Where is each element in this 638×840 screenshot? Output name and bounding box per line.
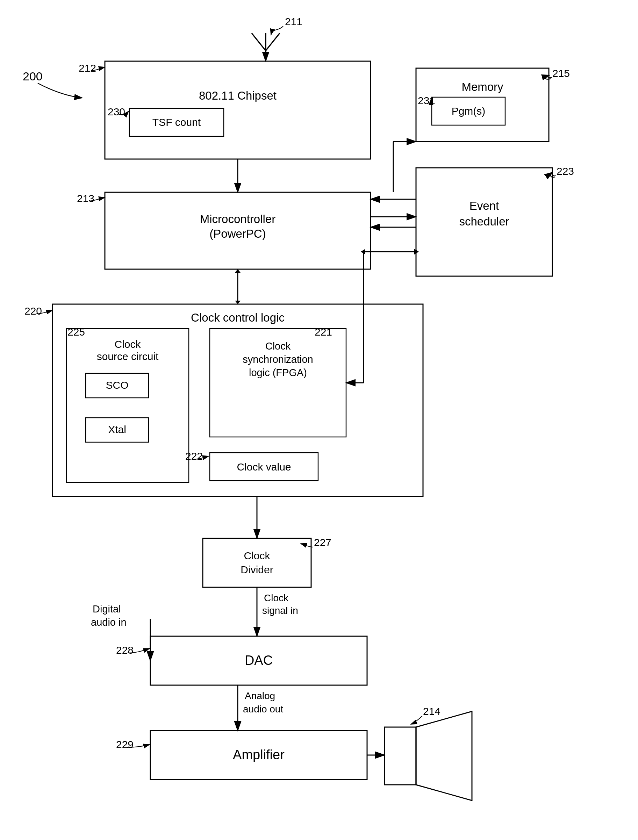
dac-t: DAC bbox=[245, 653, 273, 668]
tsf-t: TSF count bbox=[152, 117, 201, 128]
cd-t1: Clock bbox=[244, 550, 270, 561]
xtal-t: Xtal bbox=[108, 424, 126, 435]
cd-t2: Divider bbox=[240, 564, 273, 575]
pgm-t: Pgm(s) bbox=[452, 105, 486, 117]
r212: 212 bbox=[79, 62, 96, 74]
mem-t: Memory bbox=[461, 81, 504, 93]
r211: 211 bbox=[285, 16, 302, 27]
r214: 214 bbox=[423, 706, 441, 717]
ana-out-2: audio out bbox=[243, 704, 283, 715]
svg-rect-37 bbox=[0, 0, 638, 840]
r231: 231 bbox=[418, 95, 435, 106]
dig-audio-2: audio in bbox=[91, 617, 126, 628]
amp-t: Amplifier bbox=[233, 747, 284, 762]
ccl-t: Clock control logic bbox=[191, 311, 284, 324]
r222: 222 bbox=[185, 450, 203, 462]
r227: 227 bbox=[314, 537, 332, 548]
sco-t: SCO bbox=[106, 379, 128, 391]
cs-t1: Clock bbox=[114, 338, 141, 350]
mc-t2: (PowerPC) bbox=[209, 227, 266, 240]
r200: 200 bbox=[23, 69, 43, 83]
r223: 223 bbox=[557, 165, 574, 177]
sync-t2: synchronization bbox=[243, 354, 313, 365]
chipset-t: 802.11 Chipset bbox=[199, 89, 276, 102]
mc-t1: Microcontroller bbox=[200, 213, 275, 226]
r225: 225 bbox=[68, 326, 85, 338]
es-t1: Event bbox=[469, 199, 499, 212]
clk-sig-1: Clock bbox=[264, 592, 289, 603]
cv-t: Clock value bbox=[237, 461, 291, 473]
r229: 229 bbox=[116, 739, 134, 750]
r213: 213 bbox=[77, 193, 95, 204]
ana-out-1: Analog bbox=[245, 690, 275, 701]
r215: 215 bbox=[552, 68, 570, 79]
r228: 228 bbox=[116, 644, 134, 656]
es-t2: scheduler bbox=[459, 215, 509, 228]
r220: 220 bbox=[24, 305, 42, 317]
r221: 221 bbox=[314, 326, 332, 338]
cs-t2: source circuit bbox=[97, 351, 159, 362]
sync-t1: Clock bbox=[265, 341, 291, 352]
clk-sig-2: signal in bbox=[262, 605, 298, 616]
sync-t3: logic (FPGA) bbox=[249, 367, 307, 378]
dig-audio-1: Digital bbox=[93, 603, 121, 614]
r230: 230 bbox=[108, 106, 125, 117]
